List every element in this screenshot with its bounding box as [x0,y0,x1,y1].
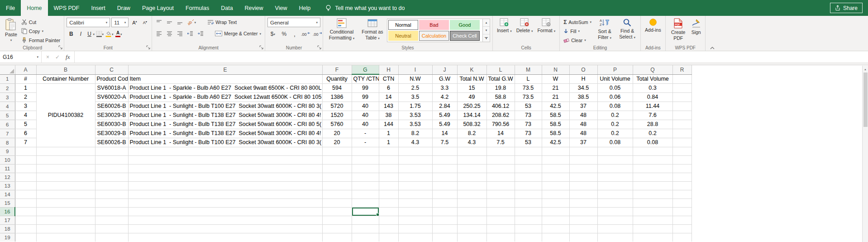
cell-A18[interactable] [15,225,36,233]
cell-Q16[interactable] [633,208,672,216]
cell-C13[interactable] [95,182,128,190]
cell-J15[interactable] [432,199,457,208]
row-header-14[interactable]: 14 [0,190,15,199]
cell-C6[interactable]: SE60030-B [95,120,128,129]
fill-color-button[interactable]: ▾ [105,29,114,39]
cell-N17[interactable] [542,216,569,225]
cell-G16[interactable] [352,208,379,216]
decrease-font-size-button[interactable]: A▾ [140,18,149,27]
row-header-4[interactable]: 4 [0,102,15,111]
cell-N6[interactable]: 58.5 [542,120,569,129]
cell-Q11[interactable] [633,165,672,173]
accounting-format-button[interactable]: $▾ [267,29,278,39]
cell-K1[interactable]: Total N.W [457,74,486,84]
cell-R6[interactable] [672,120,692,129]
cell-N16[interactable] [542,208,569,216]
cell-B19[interactable] [36,233,95,242]
cell-K14[interactable] [457,190,486,199]
cell-F4[interactable]: 5720 [322,102,352,111]
cell-K13[interactable] [457,182,486,190]
cell-R17[interactable] [672,216,692,225]
cell-A10[interactable] [15,156,36,165]
cell-O8[interactable]: 37 [569,138,597,147]
cell-J18[interactable] [432,225,457,233]
cell-M4[interactable]: 53 [515,102,542,111]
cell-P19[interactable] [597,233,633,242]
cell-A7[interactable]: 6 [15,129,36,138]
cell-N11[interactable] [542,165,569,173]
cell-L1[interactable]: Total G.W [486,74,515,84]
delete-cells-button[interactable]: Delete ▾ [515,17,535,34]
cell-P16[interactable] [597,208,633,216]
row-header-12[interactable]: 12 [0,173,15,182]
cell-G4[interactable]: 40 [352,102,379,111]
comma-style-button[interactable]: , [290,29,299,39]
cell-Q7[interactable]: 0.2 [633,129,672,138]
cell-R8[interactable] [672,138,692,147]
cell-E13[interactable] [128,182,322,190]
cell-Q12[interactable] [633,173,672,182]
cell-C11[interactable] [95,165,128,173]
tab-data[interactable]: Data [215,0,238,16]
cell-F2[interactable]: 594 [322,84,352,93]
cell-style-bad[interactable]: Bad [419,20,449,30]
column-header-R[interactable]: R [672,65,692,74]
cell-style-good[interactable]: Good [450,20,480,30]
cell-J12[interactable] [432,173,457,182]
cell-H13[interactable] [379,182,398,190]
cell-L13[interactable] [486,182,515,190]
cell-P4[interactable]: 0.08 [597,102,633,111]
cell-O1[interactable]: H [569,74,597,84]
cell-H10[interactable] [379,156,398,165]
cell-O3[interactable]: 38.5 [569,93,597,102]
cell-E5[interactable]: Product Line 1 - Sunlight - Bulb T138 E2… [128,111,322,120]
cell-N12[interactable] [542,173,569,182]
cell-N18[interactable] [542,225,569,233]
insert-cells-button[interactable]: Insert ▾ [495,17,514,34]
cell-I11[interactable] [398,165,432,173]
tab-wps-pdf[interactable]: WPS PDF [48,0,86,16]
row-header-3[interactable]: 3 [0,93,15,102]
cell-I15[interactable] [398,199,432,208]
cell-N10[interactable] [542,156,569,165]
cell-H7[interactable]: 1 [379,129,398,138]
format-as-table-button[interactable]: Format as Table ▾ [359,17,386,41]
cell-J5[interactable]: 5.49 [432,111,457,120]
cell-I9[interactable] [398,147,432,156]
tab-formulas[interactable]: Formulas [180,0,215,16]
cell-F18[interactable] [322,225,352,233]
cell-H8[interactable]: 1 [379,138,398,147]
cell-J14[interactable] [432,190,457,199]
cell-R10[interactable] [672,156,692,165]
cell-I17[interactable] [398,216,432,225]
increase-font-size-button[interactable]: A▴ [130,18,139,27]
cell-H15[interactable] [379,199,398,208]
cell-R7[interactable] [672,129,692,138]
cell-Q3[interactable]: 0.84 [633,93,672,102]
cell-B9[interactable] [36,147,95,156]
row-header-8[interactable]: 8 [0,138,15,147]
cell-N13[interactable] [542,182,569,190]
cell-N8[interactable]: 42.5 [542,138,569,147]
cell-R19[interactable] [672,233,692,242]
cell-G2[interactable]: 99 [352,84,379,93]
cell-L6[interactable]: 790.56 [486,120,515,129]
cell-F13[interactable] [322,182,352,190]
cell-I16[interactable] [398,208,432,216]
row-header-9[interactable]: 9 [0,147,15,156]
cell-K11[interactable] [457,165,486,173]
cell-A5[interactable]: 4 [15,111,36,120]
cell-M19[interactable] [515,233,542,242]
cell-Q6[interactable]: 28.8 [633,120,672,129]
percent-style-button[interactable]: % [280,29,289,39]
cell-G17[interactable] [352,216,379,225]
cell-P8[interactable]: 0.08 [597,138,633,147]
cell-H17[interactable] [379,216,398,225]
row-header-15[interactable]: 15 [0,199,15,208]
autosum-button[interactable]: Σ AutoSum ▾ [562,18,593,26]
bold-button[interactable]: B [67,29,76,39]
scrollbar-thumb[interactable] [863,73,868,127]
cell-R3[interactable] [672,93,692,102]
cell-G14[interactable] [352,190,379,199]
row-header-17[interactable]: 17 [0,216,15,225]
